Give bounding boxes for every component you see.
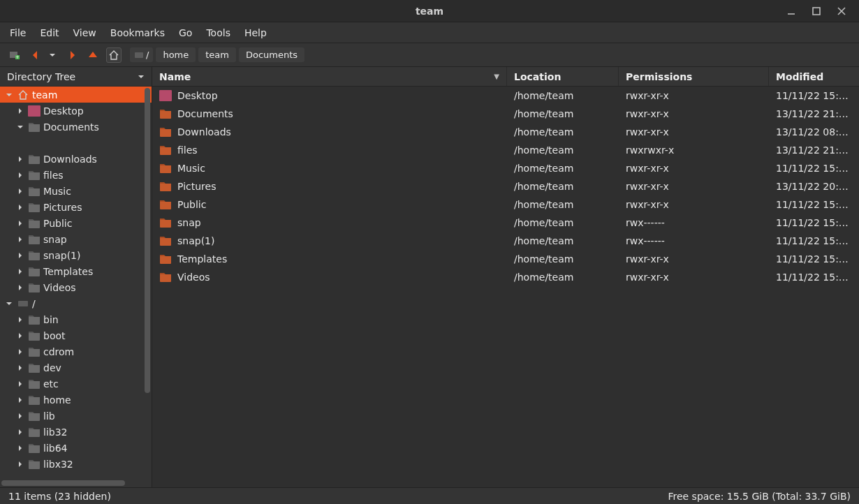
tree-item[interactable]: snap (0, 231, 152, 247)
expander-icon[interactable] (15, 188, 25, 195)
menu-help[interactable]: Help (244, 27, 267, 38)
file-row[interactable]: Templates/home/teamrwxr-xr-x11/11/22 15:… (152, 250, 859, 268)
expander-icon[interactable] (15, 316, 25, 323)
tree-item[interactable]: Downloads (0, 151, 152, 167)
history-dropdown[interactable] (49, 52, 59, 59)
tree-item[interactable]: snap(1) (0, 247, 152, 263)
file-row[interactable]: Music/home/teamrwxr-xr-x11/11/22 15:01 (152, 159, 859, 177)
window-controls (785, 0, 855, 22)
tree-item[interactable]: lib (0, 408, 152, 424)
menu-bookmarks[interactable]: Bookmarks (110, 27, 165, 38)
expander-icon[interactable] (15, 348, 25, 355)
tree-item[interactable]: home (0, 392, 152, 408)
expander-icon[interactable] (15, 252, 25, 259)
expander-icon[interactable] (15, 172, 25, 179)
file-modified: 11/11/22 15:43 (769, 272, 859, 283)
file-row[interactable]: snap/home/teamrwx------11/11/22 15:32 (152, 214, 859, 232)
minimize-button[interactable] (785, 5, 798, 17)
tree-item[interactable]: etc (0, 376, 152, 392)
folder-icon (28, 346, 41, 358)
column-header-location[interactable]: Location (507, 67, 619, 86)
tree-item[interactable]: libx32 (0, 456, 152, 472)
menu-edit[interactable]: Edit (40, 27, 59, 38)
file-row[interactable]: files/home/teamrwxrwxr-x13/11/22 21:19 (152, 141, 859, 159)
expander-icon[interactable] (15, 156, 25, 163)
expander-icon[interactable] (4, 300, 14, 307)
file-row[interactable]: Documents/home/teamrwxr-xr-x13/11/22 21:… (152, 105, 859, 123)
menu-tools[interactable]: Tools (206, 27, 230, 38)
tree-item[interactable]: bin (0, 311, 152, 327)
expander-icon[interactable] (15, 236, 25, 243)
breadcrumb-segment-team[interactable]: team (198, 47, 236, 62)
tree-item[interactable]: Documents (0, 119, 152, 135)
column-header-permissions[interactable]: Permissions (619, 67, 769, 86)
expander-icon[interactable] (15, 364, 25, 371)
file-location: /home/team (507, 272, 619, 283)
expander-icon[interactable] (15, 380, 25, 387)
expander-icon[interactable] (15, 461, 25, 468)
sidebar-scrollbar-vertical[interactable] (145, 88, 150, 479)
maximize-button[interactable] (810, 5, 823, 17)
menu-file[interactable]: File (10, 27, 26, 38)
breadcrumb-segment-documents[interactable]: Documents (239, 47, 304, 62)
tree-item[interactable]: lib64 (0, 440, 152, 456)
expander-icon[interactable] (15, 268, 25, 275)
expander-icon[interactable] (15, 413, 25, 420)
sidebar-scrollbar-horizontal-bottom[interactable] (1, 480, 142, 486)
tree-item-label: team (32, 89, 57, 101)
tree-item[interactable]: Desktop (0, 103, 152, 119)
expander-icon[interactable] (15, 332, 25, 339)
menu-view[interactable]: View (73, 27, 96, 38)
column-header-modified[interactable]: Modified (769, 67, 859, 86)
file-row[interactable]: Videos/home/teamrwxr-xr-x11/11/22 15:43 (152, 268, 859, 286)
expander-icon[interactable] (15, 445, 25, 452)
file-name: Desktop (177, 90, 218, 101)
folder-icon (28, 281, 41, 294)
expander-icon[interactable] (15, 108, 25, 114)
folder-icon (159, 108, 172, 119)
tree-item[interactable] (0, 135, 152, 151)
expander-icon[interactable] (15, 124, 25, 131)
tree-item[interactable]: Pictures (0, 199, 152, 215)
expander-icon[interactable] (15, 220, 25, 227)
close-button[interactable] (835, 5, 848, 17)
file-row[interactable]: snap(1)/home/teamrwx------11/11/22 15:32 (152, 232, 859, 250)
new-tab-button[interactable]: + (7, 47, 22, 63)
svg-rect-7 (135, 52, 143, 58)
nav-up-button[interactable] (85, 47, 101, 63)
file-row[interactable]: Public/home/teamrwxr-xr-x11/11/22 15:01 (152, 195, 859, 214)
tree-item[interactable]: lib32 (0, 424, 152, 440)
expander-icon[interactable] (15, 284, 25, 291)
tree-item[interactable]: / (0, 295, 152, 311)
expander-icon[interactable] (15, 429, 25, 436)
folder-icon (159, 272, 172, 283)
tree-item[interactable]: files (0, 167, 152, 183)
tree-item[interactable]: dev (0, 360, 152, 376)
breadcrumb-segment-home[interactable]: home (156, 47, 196, 62)
file-row[interactable]: Desktop/home/teamrwxr-xr-x11/11/22 15:01 (152, 87, 859, 105)
expander-icon[interactable] (15, 204, 25, 211)
sidebar-mode-dropdown[interactable] (138, 71, 145, 82)
column-header-name[interactable]: Name ▼ (152, 67, 507, 86)
tree-item-label: snap (43, 234, 67, 245)
folder-icon (159, 90, 172, 101)
tree-item[interactable]: Videos (0, 279, 152, 295)
file-row[interactable]: Pictures/home/teamrwxr-xr-x13/11/22 20:5… (152, 177, 859, 195)
folder-icon (28, 442, 41, 454)
statusbar: 11 items (23 hidden) Free space: 15.5 Gi… (0, 487, 859, 504)
file-permissions: rwxrwxr-x (619, 144, 769, 156)
expander-icon[interactable] (15, 396, 25, 403)
file-row[interactable]: Downloads/home/teamrwxr-xr-x13/11/22 08:… (152, 123, 859, 141)
breadcrumb-root[interactable]: / (130, 47, 153, 62)
nav-back-button[interactable] (28, 47, 43, 63)
tree-item[interactable]: Music (0, 183, 152, 199)
menu-go[interactable]: Go (179, 27, 192, 38)
tree-item[interactable]: Templates (0, 263, 152, 279)
tree-item[interactable]: team (0, 87, 152, 103)
expander-icon[interactable] (4, 91, 14, 98)
tree-item[interactable]: boot (0, 327, 152, 343)
nav-home-button[interactable] (106, 47, 122, 63)
tree-item[interactable]: cdrom (0, 343, 152, 360)
nav-forward-button[interactable] (64, 47, 80, 63)
tree-item[interactable]: Public (0, 215, 152, 231)
